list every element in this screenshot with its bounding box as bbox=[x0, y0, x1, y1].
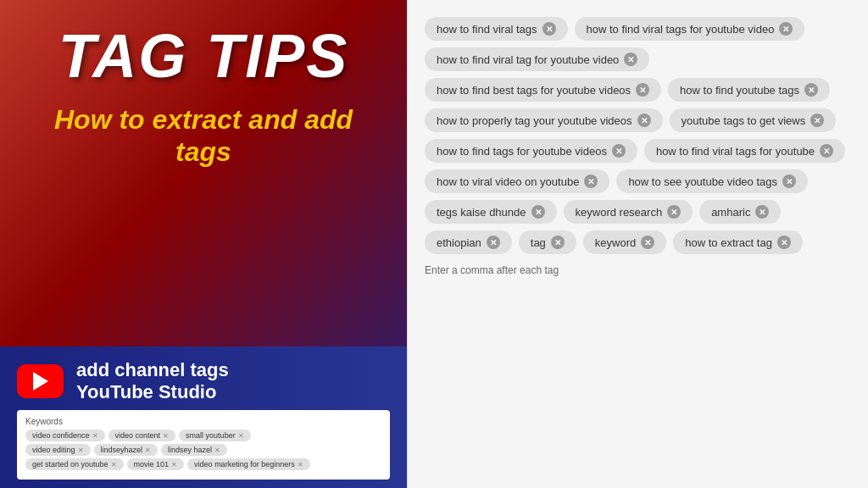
tag-text: ethiopian bbox=[437, 236, 481, 249]
tag-pill[interactable]: how to find youtube tags✕ bbox=[668, 78, 830, 102]
remove-tag-icon[interactable]: ✕ bbox=[551, 236, 565, 249]
remove-tag-icon[interactable]: ✕ bbox=[542, 22, 556, 36]
tag-text: keyword research bbox=[576, 206, 663, 219]
tag-pill[interactable]: keyword research✕ bbox=[564, 200, 693, 224]
tag-text: how to find tags for youtube videos bbox=[437, 145, 607, 158]
tags-area: how to find viral tags✕how to find viral… bbox=[425, 17, 851, 254]
channel-tags-text: add channel tags YouTube Studio bbox=[76, 359, 229, 403]
tag-text: how to find viral tags for youtube video bbox=[587, 23, 775, 36]
remove-tag-icon[interactable]: ✕ bbox=[641, 236, 654, 249]
tag-pill[interactable]: keyword✕ bbox=[583, 230, 666, 254]
tag-text: how to find best tags for youtube videos bbox=[437, 84, 631, 97]
tag-pill[interactable]: how to viral video on youtube✕ bbox=[425, 169, 609, 193]
tag-pill[interactable]: how to find viral tag for youtube video✕ bbox=[425, 47, 649, 71]
enter-comma-hint: Enter a comma after each tag bbox=[425, 264, 851, 276]
mini-panel-title: Keywords bbox=[25, 417, 381, 426]
tag-pill[interactable]: tag✕ bbox=[519, 230, 576, 254]
remove-tag-icon[interactable]: ✕ bbox=[636, 83, 649, 97]
remove-tag-icon[interactable]: ✕ bbox=[487, 236, 500, 249]
mini-tag: video marketing for beginners ✕ bbox=[187, 458, 310, 470]
tag-pill[interactable]: tegs kaise dhunde✕ bbox=[425, 200, 557, 224]
right-panel[interactable]: how to find viral tags✕how to find viral… bbox=[407, 0, 868, 488]
tag-text: how to find viral tag for youtube video bbox=[437, 53, 619, 66]
tag-pill[interactable]: how to find viral tags for youtube video… bbox=[575, 17, 805, 41]
remove-tag-icon[interactable]: ✕ bbox=[667, 205, 681, 219]
mini-keywords-panel: Keywords video confidence ✕ video conten… bbox=[17, 410, 390, 480]
tag-text: how to properly tag your youtube videos bbox=[437, 114, 632, 127]
tag-text: tegs kaise dhunde bbox=[437, 206, 526, 219]
mini-tag: get started on youtube ✕ bbox=[25, 458, 124, 470]
tag-pill[interactable]: how to see youtube video tags✕ bbox=[616, 169, 808, 193]
tag-pill[interactable]: youtube tags to get views✕ bbox=[670, 108, 837, 132]
mini-tag: lindseyhazel ✕ bbox=[94, 444, 159, 456]
youtube-studio-label: YouTube Studio bbox=[76, 381, 229, 403]
tag-pill[interactable]: how to extract tag✕ bbox=[673, 230, 803, 254]
mini-tag: video confidence ✕ bbox=[25, 430, 105, 441]
remove-tag-icon[interactable]: ✕ bbox=[584, 175, 598, 188]
tag-text: keyword bbox=[595, 236, 636, 249]
tag-pill[interactable]: how to find tags for youtube videos✕ bbox=[425, 139, 637, 163]
mini-tags-row-3: get started on youtube ✕ movie 101 ✕ vid… bbox=[25, 458, 381, 470]
tag-pill[interactable]: how to find viral tags for youtube✕ bbox=[644, 139, 845, 163]
remove-tag-icon[interactable]: ✕ bbox=[624, 53, 637, 66]
tag-text: how to find youtube tags bbox=[680, 84, 799, 97]
remove-tag-icon[interactable]: ✕ bbox=[810, 114, 824, 127]
tag-text: youtube tags to get views bbox=[682, 114, 806, 127]
left-panel: TAG TIPS How to extract and add tags ↗ a… bbox=[0, 0, 407, 488]
mini-tags-row-1: video confidence ✕ video content ✕ small… bbox=[25, 430, 381, 441]
remove-tag-icon[interactable]: ✕ bbox=[779, 22, 793, 36]
tag-pill[interactable]: how to properly tag your youtube videos✕ bbox=[425, 108, 663, 132]
remove-tag-icon[interactable]: ✕ bbox=[777, 236, 791, 249]
tag-pill[interactable]: how to find viral tags✕ bbox=[425, 17, 568, 41]
mini-tag: video content ✕ bbox=[108, 430, 176, 441]
bottom-section: add channel tags YouTube Studio Keywords… bbox=[0, 347, 407, 488]
subtitle: How to extract and add tags bbox=[25, 103, 381, 169]
tag-pill[interactable]: how to find best tags for youtube videos… bbox=[425, 78, 661, 102]
channel-tags-row: add channel tags YouTube Studio bbox=[17, 359, 229, 403]
remove-tag-icon[interactable]: ✕ bbox=[755, 205, 769, 219]
remove-tag-icon[interactable]: ✕ bbox=[782, 175, 796, 188]
tag-text: how to find viral tags for youtube bbox=[656, 145, 815, 158]
tag-pill[interactable]: amharic✕ bbox=[699, 200, 781, 224]
main-title: TAG TIPS bbox=[58, 25, 349, 86]
mini-tag: small youtuber ✕ bbox=[179, 430, 251, 441]
mini-tag: movie 101 ✕ bbox=[127, 458, 185, 470]
remove-tag-icon[interactable]: ✕ bbox=[637, 114, 651, 127]
remove-tag-icon[interactable]: ✕ bbox=[820, 144, 833, 158]
mini-tag: video editing ✕ bbox=[25, 444, 91, 456]
tag-text: amharic bbox=[711, 206, 750, 219]
tag-text: how to see youtube video tags bbox=[628, 175, 777, 188]
remove-tag-icon[interactable]: ✕ bbox=[804, 83, 818, 97]
tag-text: tag bbox=[531, 236, 546, 249]
tag-text: how to extract tag bbox=[685, 236, 772, 249]
remove-tag-icon[interactable]: ✕ bbox=[531, 205, 545, 219]
add-channel-label: add channel tags bbox=[76, 359, 229, 381]
mini-tag: lindsey hazel ✕ bbox=[161, 444, 227, 456]
remove-tag-icon[interactable]: ✕ bbox=[612, 144, 626, 158]
youtube-logo-icon bbox=[17, 364, 64, 398]
tag-text: how to viral video on youtube bbox=[437, 175, 579, 188]
tag-pill[interactable]: ethiopian✕ bbox=[425, 230, 512, 254]
mini-tags-row-2: video editing ✕ lindseyhazel ✕ lindsey h… bbox=[25, 444, 381, 456]
tag-text: how to find viral tags bbox=[437, 23, 537, 36]
